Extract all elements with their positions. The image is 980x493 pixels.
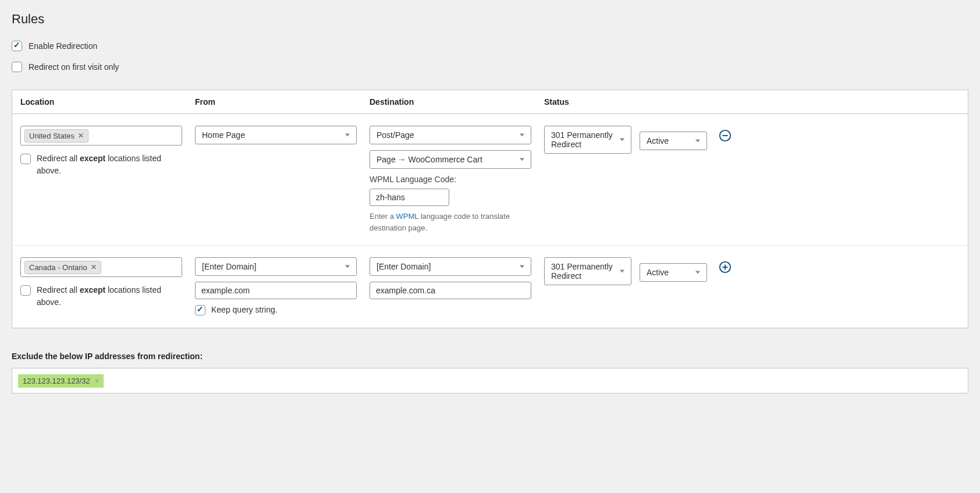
remove-tag-icon[interactable]: ✕ xyxy=(91,263,97,271)
header-status: Status xyxy=(544,97,719,107)
minus-circle-icon xyxy=(719,129,732,142)
active-select[interactable]: Active xyxy=(640,263,707,282)
header-from: From xyxy=(195,97,370,107)
header-destination: Destination xyxy=(370,97,544,107)
active-select[interactable]: Active xyxy=(640,132,707,150)
location-tag: United States ✕ xyxy=(24,129,88,143)
status-select[interactable]: 301 Permanently Redirect xyxy=(544,126,631,154)
first-visit-only-checkbox[interactable] xyxy=(12,62,22,72)
location-tag-input[interactable]: United States ✕ xyxy=(20,126,182,146)
from-domain-input[interactable] xyxy=(195,282,357,299)
destination-domain-input[interactable] xyxy=(370,282,531,299)
from-select[interactable]: [Enter Domain] xyxy=(195,257,357,276)
keep-query-string-checkbox[interactable] xyxy=(195,305,205,315)
header-location: Location xyxy=(20,97,195,107)
add-rule-button[interactable] xyxy=(719,261,732,274)
redirect-except-checkbox[interactable] xyxy=(20,285,31,296)
rule-row: Canada - Ontario ✕ Redirect all except l… xyxy=(12,245,968,328)
wpml-link[interactable]: WPML xyxy=(396,212,419,221)
redirect-except-checkbox[interactable] xyxy=(20,154,31,164)
wpml-description: Enter a WPML language code to translate … xyxy=(370,211,521,233)
rule-row: United States ✕ Redirect all except loca… xyxy=(12,114,968,245)
wpml-language-label: WPML Language Code: xyxy=(370,175,532,184)
remove-rule-button[interactable] xyxy=(719,129,732,142)
wpml-language-input[interactable] xyxy=(370,189,449,206)
redirect-except-label[interactable]: Redirect all except locations listed abo… xyxy=(37,284,182,308)
destination-select[interactable]: [Enter Domain] xyxy=(370,257,531,276)
rules-table: Location From Destination Status United … xyxy=(12,90,968,328)
from-select[interactable]: Home Page xyxy=(195,126,357,144)
enable-redirection-checkbox[interactable] xyxy=(12,41,22,51)
redirect-except-label[interactable]: Redirect all except locations listed abo… xyxy=(37,152,182,177)
keep-query-string-label[interactable]: Keep query string. xyxy=(211,304,278,316)
location-tag-input[interactable]: Canada - Ontario ✕ xyxy=(20,257,182,277)
location-tag: Canada - Ontario ✕ xyxy=(24,261,101,274)
enable-redirection-label[interactable]: Enable Redirection xyxy=(29,41,97,51)
plus-circle-icon xyxy=(719,261,732,274)
remove-tag-icon[interactable]: ✕ xyxy=(78,132,84,140)
exclude-ip-label: Exclude the below IP addresses from redi… xyxy=(12,352,968,361)
first-visit-only-label[interactable]: Redirect on first visit only xyxy=(29,62,119,72)
ip-tag: 123.123.123.123/32 x xyxy=(18,374,104,388)
table-header: Location From Destination Status xyxy=(12,90,968,114)
status-select[interactable]: 301 Permanently Redirect xyxy=(544,257,631,285)
page-title: Rules xyxy=(12,12,968,27)
remove-ip-icon[interactable]: x xyxy=(95,377,99,385)
exclude-ip-input[interactable]: 123.123.123.123/32 x xyxy=(12,368,968,393)
destination-page-select[interactable]: Page → WooCommerce Cart xyxy=(370,150,531,169)
destination-select[interactable]: Post/Page xyxy=(370,126,531,144)
